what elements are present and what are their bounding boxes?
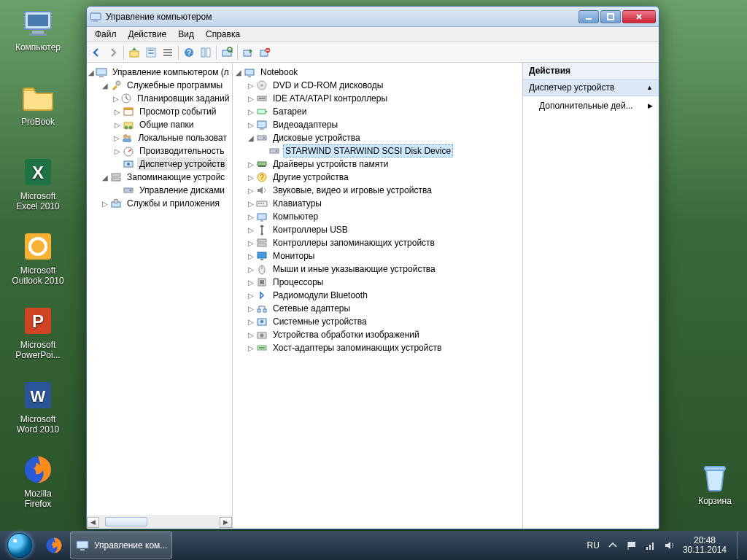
toolbar-back-button[interactable] — [88, 44, 104, 61]
desktop-icon-firefox[interactable]: Mozilla Firefox — [10, 452, 66, 509]
tray-network-icon[interactable] — [645, 540, 657, 551]
device-category[interactable]: ◢ Дисковые устройства — [234, 131, 522, 144]
device-category[interactable]: ▷ Радиомодули Bluetooth — [234, 289, 522, 302]
menu-action[interactable]: Действие — [123, 28, 173, 41]
device-category[interactable]: ▷ Мыши и иные указывающие устройства — [234, 262, 522, 276]
expand-icon[interactable]: ▷ — [247, 305, 255, 313]
expand-icon[interactable]: ▷ — [247, 174, 255, 182]
expand-icon[interactable]: ▷ — [247, 226, 255, 234]
device-category[interactable]: ▷ ? Другие устройства — [234, 171, 522, 184]
device-category[interactable]: ▷ Контроллеры запоминающих устройств — [234, 236, 522, 249]
tree-node-storage[interactable]: ◢ Запоминающие устройс — [101, 171, 232, 184]
expand-icon[interactable]: ▷ — [247, 318, 255, 326]
toolbar-enable-button[interactable] — [240, 44, 256, 61]
tree-node-services-apps[interactable]: ▷ Службы и приложения — [101, 197, 232, 210]
scroll-track[interactable] — [99, 517, 220, 528]
tree-node-local-users[interactable]: ▷Локальные пользоват — [113, 131, 232, 144]
device-category[interactable]: ▷ Контроллеры USB — [234, 223, 522, 236]
window-maximize-button[interactable] — [600, 10, 621, 23]
expand-icon[interactable]: ▷ — [113, 108, 121, 116]
tray-volume-icon[interactable] — [664, 540, 676, 551]
tree-node-system-tools[interactable]: ◢ Служебные программы — [101, 79, 232, 92]
device-category[interactable]: ▷ DVD и CD-ROM дисководы — [234, 79, 522, 92]
expand-icon[interactable]: ▷ — [247, 160, 255, 168]
scope-pane[interactable]: ◢ Управление компьютером (л ◢ Служебные … — [87, 63, 233, 529]
device-category[interactable]: ▷ Мониторы — [234, 249, 522, 262]
expand-icon[interactable]: ▷ — [113, 121, 121, 129]
desktop-icon-excel[interactable]: X Microsoft Excel 2010 — [10, 155, 66, 211]
device-category[interactable]: ▷ Звуковые, видео и игровые устройства — [234, 184, 522, 197]
menu-view[interactable]: Вид — [172, 28, 200, 41]
desktop-icon-powerpoint[interactable]: P Microsoft PowerPoi... — [10, 303, 66, 360]
device-category[interactable]: ▷ Видеоадаптеры — [234, 118, 522, 131]
expand-icon[interactable]: ▷ — [247, 200, 255, 208]
desktop-icon-word[interactable]: W Microsoft Word 2010 — [10, 378, 66, 435]
window-close-button[interactable] — [622, 10, 656, 23]
device-category[interactable]: ▷ Процессоры — [234, 276, 522, 289]
desktop-icon-recycle[interactable]: Корзина — [687, 459, 743, 506]
expand-icon[interactable]: ▷ — [247, 95, 255, 103]
toolbar-disable-button[interactable] — [257, 44, 273, 61]
expand-icon[interactable]: ▷ — [247, 265, 255, 273]
tree-node-shared-folders[interactable]: ▷Общие папки — [113, 118, 232, 131]
menu-help[interactable]: Справка — [200, 28, 246, 41]
device-item[interactable]: ▷ STARWIND STARWIND SCSI Disk Device — [234, 144, 522, 158]
expand-icon[interactable]: ▷ — [247, 82, 255, 90]
tree-node-performance[interactable]: ▷Производительность — [113, 144, 232, 158]
tray-show-hidden-icon[interactable] — [607, 540, 619, 551]
expand-icon[interactable]: ▷ — [247, 279, 255, 287]
scroll-thumb[interactable] — [105, 517, 147, 526]
desktop-icon-probook[interactable]: ProBook — [10, 80, 66, 127]
expand-icon[interactable]: ▷ — [247, 187, 255, 195]
result-pane[interactable]: ◢ Notebook ▷ DVD и CD-ROM дисководы ▷ ID… — [233, 63, 523, 529]
toolbar-properties-button[interactable] — [143, 44, 159, 61]
tree-node-task-scheduler[interactable]: ▷Планировщик заданий — [113, 92, 232, 105]
device-category[interactable]: ▷ Компьютер — [234, 210, 522, 223]
expand-icon[interactable]: ▷ — [247, 344, 255, 352]
toolbar-show-button[interactable] — [198, 44, 214, 61]
toolbar-up-button[interactable] — [126, 44, 142, 61]
expand-icon[interactable]: ▷ — [113, 134, 120, 142]
tree-node-event-viewer[interactable]: ▷Просмотр событий — [113, 105, 232, 118]
expand-icon[interactable]: ▷ — [247, 239, 255, 247]
expand-icon[interactable]: ▷ — [113, 147, 121, 155]
window-minimize-button[interactable] — [578, 10, 599, 23]
device-category[interactable]: ▷ Хост-адаптеры запоминающих устройств — [234, 341, 522, 354]
show-desktop-button[interactable] — [737, 532, 743, 559]
titlebar[interactable]: Управление компьютером — [87, 7, 659, 27]
actions-section[interactable]: Диспетчер устройств ▲ — [523, 79, 659, 96]
expand-icon[interactable]: ▷ — [247, 121, 255, 129]
toolbar-forward-button[interactable] — [105, 44, 121, 61]
scroll-left-button[interactable]: ◀ — [87, 517, 99, 528]
desktop-icon-computer[interactable]: Компьютер — [10, 6, 66, 52]
menu-file[interactable]: Файл — [89, 28, 123, 41]
device-category[interactable]: ▷ Батареи — [234, 105, 522, 118]
scroll-right-button[interactable]: ▶ — [220, 517, 232, 528]
tray-language[interactable]: RU — [587, 540, 600, 551]
expand-icon[interactable]: ▷ — [247, 252, 255, 260]
tray-flag-icon[interactable] — [626, 540, 638, 551]
expand-icon[interactable]: ▷ — [113, 95, 119, 103]
collapse-icon[interactable]: ◢ — [234, 69, 242, 77]
collapse-icon[interactable]: ◢ — [88, 69, 94, 77]
device-category[interactable]: ▷ IDE ATA/ATAPI контроллеры — [234, 92, 522, 105]
device-category[interactable]: ▷ Системные устройства — [234, 315, 522, 328]
collapse-icon[interactable]: ◢ — [247, 134, 255, 142]
tree-root-computer-management[interactable]: ◢ Управление компьютером (л — [88, 66, 232, 79]
expand-icon[interactable]: ▷ — [247, 108, 255, 116]
toolbar-scan-button[interactable] — [219, 44, 235, 61]
device-category[interactable]: ▷ Сетевые адаптеры — [234, 302, 522, 315]
expand-icon[interactable]: ▷ — [247, 213, 255, 221]
actions-more[interactable]: Дополнительные дей... ▶ — [523, 96, 659, 115]
device-category[interactable]: ▷ Устройства обработки изображений — [234, 328, 522, 341]
desktop-icon-outlook[interactable]: Microsoft Outlook 2010 — [10, 229, 66, 286]
toolbar-help-button[interactable]: ? — [181, 44, 197, 61]
device-category[interactable]: ▷ Драйверы устройств памяти — [234, 158, 522, 171]
start-button[interactable] — [0, 531, 39, 560]
expand-icon[interactable]: ▷ — [247, 292, 255, 300]
collapse-icon[interactable]: ◢ — [101, 82, 109, 90]
toolbar-list-button[interactable] — [160, 44, 176, 61]
scope-pane-scrollbar[interactable]: ◀ ▶ — [87, 516, 232, 528]
taskbar-app-computer-management[interactable]: Управление ком... — [70, 532, 172, 559]
expand-icon[interactable]: ▷ — [247, 331, 255, 339]
